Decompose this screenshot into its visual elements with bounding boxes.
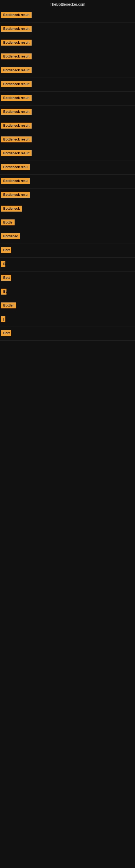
result-item-18: Bott <box>0 244 135 258</box>
bottleneck-result-label: Bo <box>1 289 6 294</box>
bottom-spacer <box>0 341 135 666</box>
site-title: TheBottlenecker.com <box>0 0 135 9</box>
bottleneck-result-label: Bott <box>1 330 11 336</box>
result-item-13: Bottleneck resu <box>0 175 135 188</box>
result-item-10: Bottleneck result <box>0 133 135 147</box>
result-item-2: Bottleneck result <box>0 23 135 36</box>
result-item-20: Bott <box>0 272 135 285</box>
bottleneck-result-label: Bottlenec <box>1 233 20 239</box>
bottleneck-result-label: Bottleneck resu <box>1 178 30 184</box>
bottleneck-result-label: Bottleneck result <box>1 109 32 115</box>
bottleneck-result-label: Bottleneck result <box>1 95 32 101</box>
result-item-23: | <box>0 313 135 327</box>
result-item-16: Bottle <box>0 216 135 230</box>
result-item-1: Bottleneck result <box>0 9 135 23</box>
result-item-19: B <box>0 258 135 272</box>
bottleneck-result-label: Bottleneck result <box>1 26 32 32</box>
bottleneck-result-label: Bottleneck resu <box>1 164 30 170</box>
result-item-7: Bottleneck result <box>0 92 135 105</box>
result-item-4: Bottleneck result <box>0 50 135 64</box>
result-item-5: Bottleneck result <box>0 64 135 78</box>
bottleneck-result-label: Bottleneck result <box>1 150 32 156</box>
bottleneck-result-label: | <box>1 316 5 322</box>
result-item-17: Bottlenec <box>0 230 135 244</box>
result-item-3: Bottleneck result <box>0 36 135 50</box>
result-item-14: Bottleneck resu <box>0 188 135 203</box>
bottleneck-result-label: Bottlen <box>1 303 16 308</box>
result-item-21: Bo <box>0 285 135 299</box>
result-item-24: Bott <box>0 327 135 341</box>
bottleneck-result-label: Bottleneck result <box>1 67 32 73</box>
result-item-6: Bottleneck result <box>0 78 135 92</box>
bottleneck-result-label: Bott <box>1 275 11 281</box>
site-header: TheBottlenecker.com <box>0 0 135 9</box>
bottleneck-result-label: Bottleneck result <box>1 40 32 45</box>
result-item-12: Bottleneck resu <box>0 161 135 175</box>
bottleneck-result-label: Bottleneck result <box>1 81 32 87</box>
result-item-8: Bottleneck result <box>0 105 135 119</box>
result-item-9: Bottleneck result <box>0 119 135 133</box>
bottleneck-result-label: Bott <box>1 247 11 253</box>
bottleneck-result-label: B <box>1 261 5 267</box>
bottleneck-result-label: Bottleneck <box>1 206 22 212</box>
bottleneck-result-label: Bottleneck resu <box>1 192 30 198</box>
bottleneck-result-label: Bottleneck result <box>1 123 32 129</box>
result-item-15: Bottleneck <box>0 203 135 216</box>
result-item-11: Bottleneck result <box>0 147 135 161</box>
results-container: Bottleneck resultBottleneck resultBottle… <box>0 9 135 341</box>
bottleneck-result-label: Bottleneck result <box>1 54 32 59</box>
bottleneck-result-label: Bottleneck result <box>1 12 32 18</box>
bottleneck-result-label: Bottle <box>1 219 14 225</box>
bottleneck-result-label: Bottleneck result <box>1 136 32 143</box>
result-item-22: Bottlen <box>0 299 135 313</box>
